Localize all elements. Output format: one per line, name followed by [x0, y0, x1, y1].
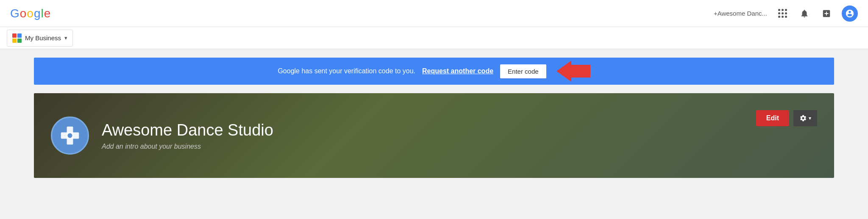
gear-icon — [799, 114, 807, 122]
grid-apps-icon[interactable] — [776, 7, 789, 20]
enter-code-button[interactable]: Enter code — [500, 64, 546, 78]
logo-letter-o1: o — [20, 7, 26, 20]
dropdown-chevron-icon: ▾ — [64, 35, 67, 41]
user-name-label: +Awesome Danc... — [714, 10, 767, 17]
svg-point-7 — [67, 133, 72, 138]
user-avatar[interactable] — [842, 6, 858, 22]
banner-message: Google has sent your verification code t… — [278, 67, 415, 75]
top-nav-right: +Awesome Danc... — [714, 6, 858, 22]
business-header: Awesome Dance Studio Add an intro about … — [34, 93, 834, 178]
notification-banner: Google has sent your verification code t… — [34, 58, 834, 85]
svg-marker-4 — [556, 61, 590, 82]
business-logo — [51, 116, 89, 155]
my-business-logo-icon — [12, 33, 22, 43]
svg-rect-3 — [17, 39, 22, 43]
request-another-code-link[interactable]: Request another code — [422, 67, 493, 75]
business-tagline: Add an intro about your business — [102, 143, 817, 150]
top-navigation: Google +Awesome Danc... — [0, 0, 868, 27]
business-info: Awesome Dance Studio Add an intro about … — [102, 121, 817, 150]
arrow-pointer — [556, 61, 590, 82]
business-actions: Edit ▾ — [756, 110, 817, 126]
logo-letter-o2: o — [27, 7, 33, 20]
business-name: Awesome Dance Studio — [102, 121, 817, 139]
svg-rect-1 — [17, 33, 22, 38]
logo-letter-l: l — [41, 7, 43, 20]
bell-icon[interactable] — [798, 7, 811, 20]
secondary-navigation: My Business ▾ — [0, 27, 868, 49]
logo-letter-e: e — [44, 7, 50, 20]
settings-button[interactable]: ▾ — [793, 110, 817, 126]
red-arrow-icon — [556, 61, 590, 82]
add-square-icon[interactable] — [820, 7, 833, 20]
gear-dropdown-arrow: ▾ — [809, 115, 811, 121]
google-logo: Google — [10, 7, 50, 20]
business-card-section: Awesome Dance Studio Add an intro about … — [34, 93, 834, 178]
logo-letter-g2: g — [34, 7, 40, 20]
svg-rect-2 — [12, 39, 17, 43]
business-logo-icon — [59, 125, 81, 146]
edit-button[interactable]: Edit — [756, 110, 789, 126]
logo-letter-g: G — [10, 7, 19, 20]
svg-rect-0 — [12, 33, 17, 38]
my-business-label: My Business — [25, 34, 61, 42]
main-content: Google has sent your verification code t… — [0, 58, 868, 186]
my-business-button[interactable]: My Business ▾ — [7, 30, 73, 47]
